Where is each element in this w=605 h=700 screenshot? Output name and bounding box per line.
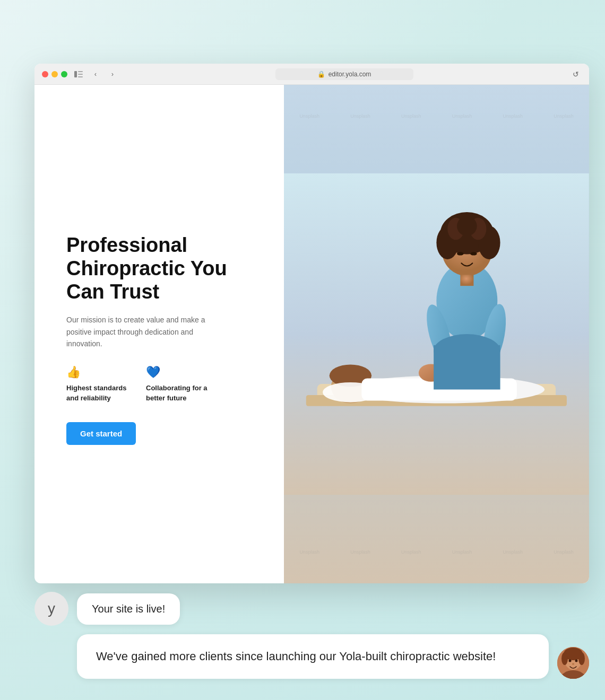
- heart-icon: 💙: [146, 365, 210, 379]
- forward-button[interactable]: ›: [107, 68, 118, 80]
- browser-titlebar: ‹ › 🔒 editor.yola.com ↺: [34, 64, 589, 85]
- site-right-panel: Unsplash Unsplash Unsplash Unsplash Unsp…: [284, 85, 589, 583]
- chat-text-1: Your site is live!: [92, 603, 165, 615]
- chat-bubble-2: We've gained more clients since launchin…: [77, 634, 549, 679]
- back-button[interactable]: ‹: [90, 68, 101, 80]
- svg-point-28: [323, 382, 378, 402]
- user-avatar-svg: [557, 647, 589, 679]
- chiro-scene-svg: [284, 85, 589, 583]
- svg-rect-38: [561, 673, 585, 679]
- svg-rect-27: [434, 345, 500, 390]
- feature-item-1: 👍 Highest standards and reliability: [66, 365, 130, 402]
- features-row: 👍 Highest standards and reliability 💙 Co…: [66, 365, 257, 402]
- svg-point-19: [457, 252, 464, 255]
- close-dot[interactable]: [42, 71, 48, 77]
- chat-bubble-1: Your site is live!: [77, 593, 180, 625]
- yola-avatar: y: [34, 592, 68, 626]
- feature-item-2: 💙 Collaborating for a better future: [146, 365, 210, 402]
- yola-letter: y: [48, 600, 55, 617]
- sidebar-icon[interactable]: [73, 68, 84, 80]
- address-bar[interactable]: 🔒 editor.yola.com: [275, 68, 413, 80]
- refresh-button[interactable]: ↺: [570, 68, 582, 80]
- svg-rect-21: [461, 275, 474, 286]
- traffic-lights: [42, 71, 67, 77]
- svg-point-20: [470, 252, 477, 255]
- chat-row-2: We've gained more clients since launchin…: [34, 634, 589, 679]
- hero-description: Our mission is to create value and make …: [66, 314, 215, 349]
- hero-title: Professional Chiropractic You Can Trust: [66, 234, 257, 303]
- browser-window: ‹ › 🔒 editor.yola.com ↺ Professional Chi…: [34, 64, 589, 583]
- url-text: editor.yola.com: [329, 71, 371, 78]
- chat-text-2: We've gained more clients since launchin…: [96, 650, 496, 663]
- lock-icon: 🔒: [317, 71, 325, 78]
- svg-rect-2: [78, 74, 83, 75]
- svg-point-32: [561, 652, 568, 665]
- svg-point-34: [569, 660, 572, 662]
- chat-row-1: y Your site is live!: [34, 592, 589, 626]
- thumbs-up-icon: 👍: [66, 365, 130, 379]
- minimize-dot[interactable]: [51, 71, 58, 77]
- chat-area: y Your site is live! We've gained more c…: [34, 592, 589, 679]
- get-started-button[interactable]: Get started: [66, 422, 136, 445]
- svg-rect-3: [78, 76, 83, 77]
- svg-point-35: [575, 660, 578, 662]
- svg-point-36: [572, 663, 574, 665]
- svg-point-33: [578, 652, 585, 665]
- site-left-panel: Professional Chiropractic You Can Trust …: [34, 85, 284, 583]
- svg-rect-0: [74, 71, 77, 77]
- chiro-image: Unsplash Unsplash Unsplash Unsplash Unsp…: [284, 85, 589, 583]
- svg-point-18: [457, 216, 477, 236]
- maximize-dot[interactable]: [61, 71, 67, 77]
- user-avatar: [557, 647, 589, 679]
- address-bar-wrap: 🔒 editor.yola.com: [124, 68, 565, 80]
- site-content: Professional Chiropractic You Can Trust …: [34, 85, 589, 583]
- svg-rect-1: [78, 71, 83, 72]
- feature-label-1: Highest standards and reliability: [66, 383, 130, 402]
- feature-label-2: Collaborating for a better future: [146, 383, 210, 402]
